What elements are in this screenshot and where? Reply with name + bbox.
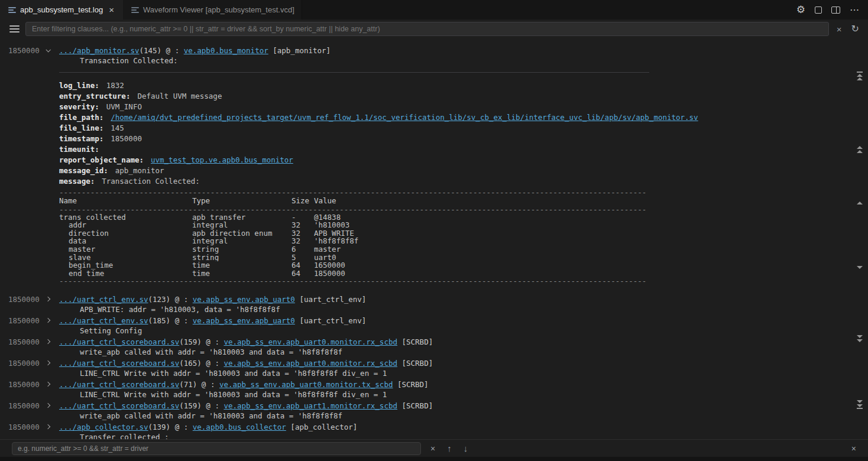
expand-chevron[interactable] [43, 382, 59, 386]
previous-entry-button[interactable] [854, 202, 865, 204]
entry-details-panel: log_line:1832 entry_structure:Default UV… [59, 72, 649, 285]
transaction-dump-table: ----------------------------------------… [59, 189, 649, 285]
settings-gear-icon[interactable]: ⚙ [796, 5, 805, 15]
file-path-link[interactable]: /home/amiq/dvt_predefined_projects_targe… [111, 113, 698, 122]
row-type: time [192, 261, 292, 270]
chevron-right-icon [46, 403, 50, 408]
filter-input[interactable] [25, 22, 829, 36]
find-bar: × ↑ ↓ × [0, 439, 868, 457]
component-tag: [SCRBD] [397, 380, 429, 389]
field-label: log_line: [59, 81, 99, 90]
chevron-right-icon [46, 297, 50, 301]
row-size: 32 [292, 237, 314, 245]
row-type: string [192, 254, 292, 262]
table-row: direction apb_direction_enum 32 APB_WRIT… [59, 229, 646, 238]
table-row: end_time time 64 1850000 [59, 270, 646, 278]
editor-tab-bar: apb_subsystem_test.log × Waveform Viewer… [0, 0, 868, 20]
expand-chevron[interactable] [43, 297, 59, 301]
row-name: slave [59, 254, 192, 262]
editor-actions: ⚙ ⋯ [788, 0, 868, 20]
log-message: Transaction Collected: [80, 56, 868, 66]
field-label: report_object_name: [59, 155, 144, 164]
more-actions-icon[interactable]: ⋯ [850, 5, 860, 15]
expand-chevron[interactable] [43, 425, 59, 428]
report-object-name-link[interactable]: uvm_test_top.ve.apb0.bus_monitor [151, 155, 293, 164]
col-value: Value [314, 197, 646, 205]
table-row: addr integral 32 'h810003 [59, 221, 646, 229]
source-file-link[interactable]: .../uart_ctrl_scoreboard.sv [59, 359, 179, 368]
split-editor-icon[interactable] [831, 7, 840, 14]
expand-chevron[interactable] [43, 404, 59, 407]
tab-log-file[interactable]: apb_subsystem_test.log × [0, 0, 123, 20]
report-object-link[interactable]: ve.apb_ss_env.apb_uart0 [193, 295, 295, 304]
row-name: data [59, 237, 192, 245]
line-number-text: (159) @ : [179, 337, 224, 346]
field-label: file_line: [59, 124, 103, 132]
tab-waveform-viewer[interactable]: Waveform Viewer [apb_subsystem_test.vcd] [123, 0, 302, 20]
open-preview-icon[interactable] [815, 7, 822, 14]
menu-hamburger-icon[interactable] [9, 25, 20, 33]
clear-filter-icon[interactable]: × [835, 25, 844, 34]
field-value: Transaction Collected: [95, 177, 200, 186]
expand-chevron[interactable] [43, 340, 59, 343]
chevron-down-icon [46, 47, 50, 52]
tab-waveform-viewer-label: Waveform Viewer [apb_subsystem_test.vcd] [143, 5, 294, 14]
next-entry-button[interactable] [854, 266, 865, 269]
log-message: Transfer collected : [80, 432, 868, 439]
close-tab-icon[interactable]: × [107, 5, 116, 15]
source-file-link[interactable]: .../apb_monitor.sv [59, 46, 139, 55]
log-entry-expanded: 1850000 .../apb_monitor.sv(145) @ : ve.a… [0, 45, 868, 285]
table-row: data integral 32 'h8f8f8f8f [59, 237, 646, 245]
collapse-chevron[interactable] [43, 48, 59, 52]
report-object-link[interactable]: ve.apb_ss_env.apb_uart0 [193, 316, 295, 325]
page-down-button[interactable] [854, 335, 865, 342]
field-value: Default UVM message [130, 92, 222, 100]
report-object-link[interactable]: ve.apb_ss_env.apb_uart0.monitor.rx_scbd [224, 337, 397, 346]
source-file-link[interactable]: .../uart_ctrl_env.sv [59, 316, 148, 325]
col-type: Type [192, 197, 292, 205]
source-file-link[interactable]: .../uart_ctrl_env.sv [59, 295, 148, 304]
log-entry: 1850000 .../uart_ctrl_scoreboard.sv(159)… [0, 336, 868, 358]
log-message: write_apb called with addr = 'h810003 an… [80, 347, 868, 358]
report-object-link[interactable]: ve.apb0.bus_collector [193, 423, 286, 431]
component-tag: [SCRBD] [402, 359, 433, 368]
table-divider: ----------------------------------------… [59, 277, 646, 285]
row-value: @14838 [314, 213, 646, 222]
source-file-link[interactable]: .../apb_collector.sv [59, 423, 148, 431]
log-entry: 1850000 .../uart_ctrl_env.sv(123) @ : ve… [0, 294, 868, 315]
report-object-link[interactable]: ve.apb_ss_env.apb_uart0.monitor.tx_scbd [219, 380, 393, 389]
refresh-icon[interactable]: ↻ [850, 24, 861, 34]
row-size: 64 [292, 261, 314, 270]
log-content-area: 1850000 .../apb_monitor.sv(145) @ : ve.a… [0, 38, 868, 439]
find-input[interactable] [12, 442, 421, 455]
log-entry-header: 1850000 .../apb_monitor.sv(145) @ : ve.a… [0, 45, 868, 56]
find-previous-icon[interactable]: ↑ [445, 443, 454, 453]
source-file-link[interactable]: .../uart_ctrl_scoreboard.sv [59, 380, 179, 389]
row-type: integral [192, 221, 292, 229]
timestamp: 1850000 [8, 295, 43, 304]
report-object-link[interactable]: ve.apb0.bus_monitor [184, 46, 268, 55]
source-file-link[interactable]: .../uart_ctrl_scoreboard.sv [59, 401, 179, 410]
spacer-text [393, 380, 397, 389]
row-size: 64 [292, 270, 314, 278]
line-number-text: (71) @ : [179, 380, 219, 389]
table-row: master string 6 master [59, 245, 646, 254]
clear-find-icon[interactable]: × [428, 444, 438, 453]
report-object-link[interactable]: ve.apb_ss_env.apb_uart0.monitor.rx_scbd [224, 359, 397, 368]
scroll-to-bottom-button[interactable] [854, 400, 865, 409]
log-entry: 1850000 .../uart_ctrl_scoreboard.sv(165)… [0, 358, 868, 379]
log-entry: 1850000 .../uart_ctrl_env.sv(185) @ : ve… [0, 315, 868, 336]
field-label: file_path: [59, 113, 103, 122]
timestamp: 1850000 [8, 359, 43, 368]
scroll-to-top-button[interactable] [854, 72, 865, 80]
find-next-icon[interactable]: ↓ [461, 443, 471, 453]
field-label: timeunit: [59, 145, 99, 154]
source-file-link[interactable]: .../uart_ctrl_scoreboard.sv [59, 337, 179, 346]
row-size: - [292, 213, 314, 222]
page-up-button[interactable] [854, 146, 865, 153]
expand-chevron[interactable] [43, 319, 59, 322]
chevron-right-icon [46, 361, 50, 365]
report-object-link[interactable]: ve.apb_ss_env.apb_uart1.monitor.rx_scbd [224, 401, 397, 410]
expand-chevron[interactable] [43, 361, 59, 365]
close-find-bar-icon[interactable]: × [849, 444, 859, 453]
